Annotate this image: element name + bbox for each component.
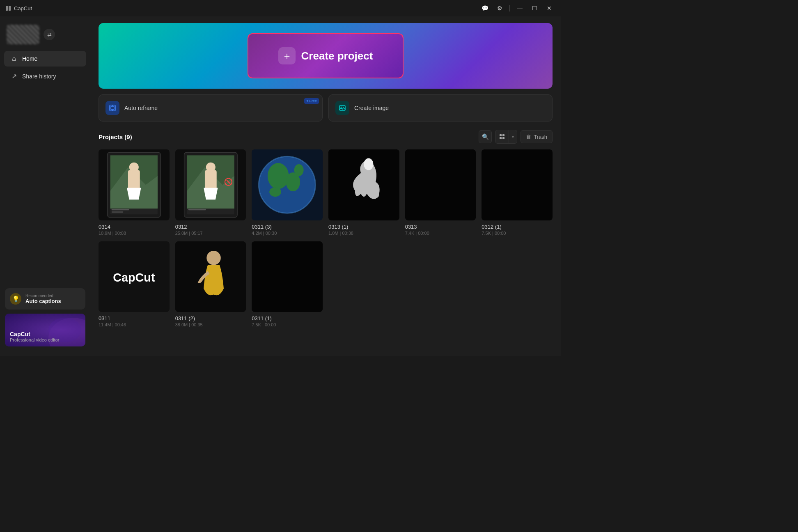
project-thumbnail: [405, 149, 476, 220]
auto-reframe-icon: [105, 101, 119, 115]
minimize-button[interactable]: —: [513, 3, 526, 13]
svg-point-20: [129, 163, 139, 172]
project-item[interactable]: 0311 (2) 38.0M | 00:35: [175, 241, 246, 328]
projects-grid: 0314 10.9M | 00:08: [99, 149, 553, 327]
svg-point-41: [294, 164, 304, 176]
app-title: CapCut: [14, 5, 32, 11]
promo-text: CapCut Professional video editor: [10, 331, 59, 342]
project-item[interactable]: 0313 (1) 1.0M | 00:38: [328, 149, 399, 236]
create-project-label: Create project: [301, 50, 373, 62]
svg-rect-11: [502, 134, 504, 136]
project-thumbnail: CapCut: [99, 241, 170, 312]
project-item[interactable]: 0314 10.9M | 00:08: [99, 149, 170, 236]
promo-title: CapCut: [10, 331, 59, 337]
svg-rect-24: [112, 211, 124, 213]
create-image-card[interactable]: Create image: [328, 94, 553, 122]
maximize-button[interactable]: ☐: [528, 3, 541, 13]
settings-button[interactable]: ⚙: [493, 3, 506, 13]
trash-label: Trash: [534, 134, 547, 140]
project-name: 0312 (1): [482, 224, 553, 230]
svg-point-38: [268, 163, 289, 189]
project-name: 0312: [175, 224, 246, 230]
close-button[interactable]: ✕: [543, 3, 556, 13]
sidebar: ⇄ ⌂ Home ↗ Share history 💡 Recommended A…: [0, 16, 90, 356]
project-item[interactable]: 0312 (1) 7.5K | 00:00: [482, 149, 553, 236]
feedback-icon: 💬: [482, 5, 488, 11]
auto-reframe-card[interactable]: Auto reframe Free: [99, 94, 323, 122]
auto-captions-card[interactable]: 💡 Recommended Auto captions: [5, 288, 85, 310]
project-meta: 25.0M | 05:17: [175, 231, 246, 236]
svg-point-44: [364, 158, 373, 170]
account-switch-button[interactable]: ⇄: [44, 29, 55, 40]
project-thumbnail: [175, 241, 246, 312]
thumb-preview: [175, 149, 246, 220]
project-name: 0311 (3): [252, 224, 323, 230]
trash-button[interactable]: 🗑 Trash: [521, 130, 553, 143]
project-meta: 1.0M | 00:38: [328, 231, 399, 236]
sidebar-navigation: ⌂ Home ↗ Share history: [0, 51, 90, 283]
thumb-preview: [405, 149, 476, 220]
project-meta: 7.5K | 00:00: [482, 231, 553, 236]
separator: [509, 5, 510, 11]
thumb-preview: [252, 241, 323, 312]
thumb-preview: [175, 241, 246, 312]
project-item[interactable]: CapCut 0311 11.4M | 00:46: [99, 241, 170, 328]
projects-actions: 🔍 ▾ 🗑 Trash: [479, 130, 553, 144]
project-name: 0314: [99, 224, 170, 230]
project-item[interactable]: 0311 (3) 4.2M | 00:30: [252, 149, 323, 236]
project-meta: 7.4K | 00:00: [405, 231, 476, 236]
projects-title: Projects (9): [99, 133, 132, 140]
project-meta: 4.2M | 00:30: [252, 231, 323, 236]
grid-icon: [499, 134, 505, 140]
avatar: [7, 25, 39, 44]
project-thumbnail: [482, 149, 553, 220]
sidebar-bottom: 💡 Recommended Auto captions CapCut Profe…: [0, 283, 90, 351]
sidebar-item-share-history[interactable]: ↗ Share history: [4, 68, 86, 84]
svg-rect-51: [252, 241, 323, 312]
svg-rect-45: [405, 149, 476, 220]
capcut-promo-banner[interactable]: CapCut Professional video editor: [5, 314, 85, 346]
home-icon: ⌂: [10, 55, 18, 62]
svg-rect-13: [502, 137, 504, 139]
svg-rect-23: [112, 209, 129, 210]
reframe-icon-svg: [109, 104, 116, 112]
project-thumbnail: [252, 149, 323, 220]
project-name: 0313 (1): [328, 224, 399, 230]
feedback-button[interactable]: 💬: [478, 3, 491, 13]
svg-rect-0: [6, 6, 8, 11]
maximize-icon: ☐: [532, 5, 537, 11]
promo-subtitle: Professional video editor: [10, 337, 59, 342]
titlebar: CapCut 💬 ⚙ — ☐ ✕: [0, 0, 561, 16]
project-item[interactable]: 0313 7.4K | 00:00: [405, 149, 476, 236]
project-thumbnail: [328, 149, 399, 220]
auto-captions-label: Auto captions: [25, 298, 61, 304]
user-avatar-section[interactable]: ⇄: [0, 21, 90, 48]
create-project-button[interactable]: ＋ Create project: [248, 33, 404, 78]
project-item[interactable]: 0311 (1) 7.5K | 00:00: [252, 241, 323, 328]
close-icon: ✕: [547, 5, 552, 11]
grid-view-button[interactable]: [495, 130, 509, 143]
project-name: 0311 (1): [252, 315, 323, 321]
svg-marker-31: [204, 188, 218, 200]
sidebar-item-home[interactable]: ⌂ Home: [4, 51, 86, 66]
hero-banner: ＋ Create project: [99, 23, 553, 89]
sidebar-item-home-label: Home: [22, 55, 37, 62]
svg-point-50: [206, 251, 221, 265]
svg-rect-33: [188, 209, 206, 210]
project-item[interactable]: 0312 25.0M | 05:17: [175, 149, 246, 236]
main-content: ＋ Create project Auto reframe Free: [90, 16, 561, 356]
svg-point-40: [269, 187, 281, 197]
share-icon: ↗: [10, 72, 18, 80]
titlebar-left: CapCut: [5, 5, 32, 11]
view-toggle[interactable]: ▾: [495, 130, 517, 144]
project-name: 0311 (2): [175, 315, 246, 321]
view-chevron[interactable]: ▾: [509, 130, 517, 143]
image-icon-svg: [339, 104, 346, 112]
project-meta: 7.5K | 00:00: [252, 322, 323, 327]
search-button[interactable]: 🔍: [479, 130, 492, 143]
svg-point-30: [206, 163, 215, 172]
svg-rect-46: [482, 149, 553, 220]
project-name: 0311: [99, 315, 170, 321]
thumb-preview: [252, 149, 323, 220]
free-badge: Free: [304, 98, 319, 104]
